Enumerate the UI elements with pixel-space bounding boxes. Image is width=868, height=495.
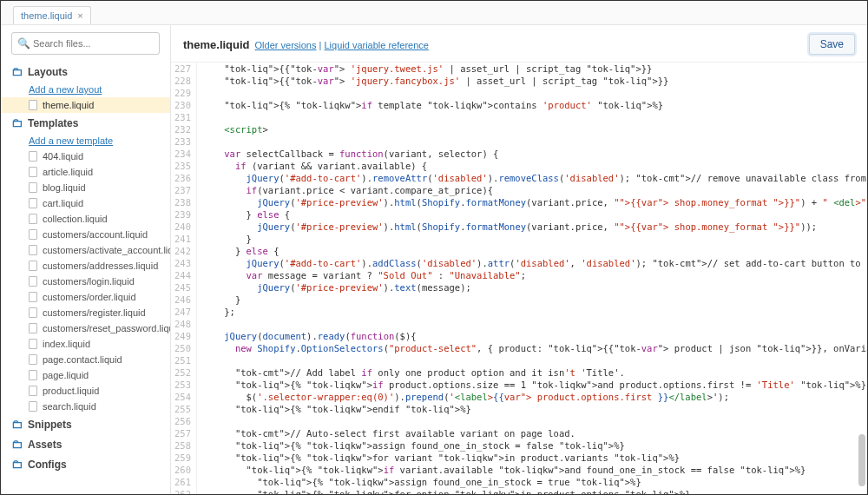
main-area: 🔍 🗀 Layouts Add a new layout theme.liqui… xyxy=(1,25,867,494)
close-icon[interactable]: × xyxy=(77,10,82,21)
section-assets[interactable]: 🗀 Assets xyxy=(1,434,170,454)
search-icon: 🔍 xyxy=(17,37,30,50)
file-item-label: customers/account.liquid xyxy=(43,229,148,240)
file-item[interactable]: customers/login.liquid xyxy=(1,274,170,289)
file-icon xyxy=(29,276,37,287)
file-item-label: blog.liquid xyxy=(43,182,86,193)
folder-icon: 🗀 xyxy=(11,418,23,431)
section-label: Snippets xyxy=(28,419,72,431)
section-label: Layouts xyxy=(28,66,68,78)
file-icon xyxy=(29,339,37,349)
file-item-label: search.liquid xyxy=(43,401,96,412)
folder-icon: 🗀 xyxy=(11,116,23,129)
section-label: Assets xyxy=(28,439,62,451)
liquid-reference-link[interactable]: Liquid variable reference xyxy=(324,40,428,50)
section-label: Configs xyxy=(28,459,67,471)
code-editor[interactable]: 2272282292302312322332342352362372382392… xyxy=(171,63,867,494)
editor-panel: theme.liquid Older versions | Liquid var… xyxy=(171,25,867,494)
file-icon xyxy=(29,100,37,110)
file-icon xyxy=(29,182,37,193)
folder-icon: 🗀 xyxy=(11,438,23,451)
file-item[interactable]: blog.liquid xyxy=(1,180,170,195)
vertical-scrollbar[interactable] xyxy=(858,104,865,489)
tab-bar: theme.liquid × xyxy=(1,1,867,25)
add-layout-link[interactable]: Add a new layout xyxy=(1,82,170,97)
file-item[interactable]: customers/account.liquid xyxy=(1,227,170,242)
section-templates[interactable]: 🗀 Templates xyxy=(1,113,170,133)
file-item-label: customers/addresses.liquid xyxy=(43,261,158,271)
file-item-label: product.liquid xyxy=(43,386,99,396)
folder-icon: 🗀 xyxy=(11,65,23,78)
file-icon xyxy=(29,151,37,162)
file-item[interactable]: search.liquid xyxy=(1,399,170,414)
file-tab[interactable]: theme.liquid × xyxy=(13,6,91,24)
file-item-label: customers/activate_account.liquid xyxy=(43,245,171,255)
scrollbar-thumb[interactable] xyxy=(858,434,865,486)
editor-header: theme.liquid Older versions | Liquid var… xyxy=(171,25,867,63)
section-snippets[interactable]: 🗀 Snippets xyxy=(1,414,170,434)
file-icon xyxy=(29,214,37,224)
file-item-label: 404.liquid xyxy=(43,151,83,162)
file-tab-label: theme.liquid xyxy=(21,10,72,21)
add-template-link[interactable]: Add a new template xyxy=(1,133,170,148)
file-icon xyxy=(29,245,37,255)
folder-icon: 🗀 xyxy=(11,458,23,471)
file-icon xyxy=(29,386,37,396)
file-item-label: index.liquid xyxy=(43,339,90,349)
file-item-label: cart.liquid xyxy=(43,198,83,208)
search-box: 🔍 xyxy=(11,32,160,55)
section-configs[interactable]: 🗀 Configs xyxy=(1,454,170,474)
file-icon xyxy=(29,307,37,318)
older-versions-link[interactable]: Older versions xyxy=(255,40,317,50)
file-item-label: page.contact.liquid xyxy=(43,354,122,365)
file-item[interactable]: 404.liquid xyxy=(1,148,170,164)
file-icon xyxy=(29,323,37,333)
file-item[interactable]: customers/addresses.liquid xyxy=(1,258,170,274)
file-item-label: theme.liquid xyxy=(43,100,94,110)
sidebar: 🔍 🗀 Layouts Add a new layout theme.liqui… xyxy=(1,25,171,494)
file-item[interactable]: customers/activate_account.liquid xyxy=(1,242,170,258)
code-content[interactable]: "tok-liq">{{"tok-var"> 'jquery.tweet.js'… xyxy=(197,63,867,494)
file-icon xyxy=(29,354,37,365)
file-icon xyxy=(29,292,37,302)
search-input[interactable] xyxy=(11,32,160,55)
file-item[interactable]: page.contact.liquid xyxy=(1,352,170,367)
line-gutter: 2272282292302312322332342352362372382392… xyxy=(171,63,197,494)
file-item-label: collection.liquid xyxy=(43,214,108,224)
save-button[interactable]: Save xyxy=(809,34,855,55)
file-item[interactable]: collection.liquid xyxy=(1,211,170,227)
file-item[interactable]: index.liquid xyxy=(1,336,170,352)
file-item[interactable]: cart.liquid xyxy=(1,195,170,211)
file-item[interactable]: theme.liquid xyxy=(1,97,170,113)
app-window: theme.liquid × 🔍 🗀 Layouts Add a new lay… xyxy=(0,0,868,495)
file-item[interactable]: customers/register.liquid xyxy=(1,305,170,320)
editor-filename: theme.liquid xyxy=(183,38,250,51)
file-item[interactable]: product.liquid xyxy=(1,383,170,399)
file-item-label: customers/register.liquid xyxy=(43,307,146,318)
file-item[interactable]: page.liquid xyxy=(1,367,170,383)
section-label: Templates xyxy=(28,117,78,129)
file-item-label: customers/login.liquid xyxy=(43,276,135,287)
file-item[interactable]: customers/reset_password.liquid xyxy=(1,320,170,336)
file-item[interactable]: article.liquid xyxy=(1,164,170,180)
file-icon xyxy=(29,198,37,208)
file-item-label: page.liquid xyxy=(43,370,89,380)
file-icon xyxy=(29,229,37,240)
file-item-label: article.liquid xyxy=(43,167,93,177)
section-layouts[interactable]: 🗀 Layouts xyxy=(1,62,170,82)
file-icon xyxy=(29,167,37,177)
file-item[interactable]: customers/order.liquid xyxy=(1,289,170,305)
file-item-label: customers/order.liquid xyxy=(43,292,136,302)
file-icon xyxy=(29,401,37,412)
file-icon xyxy=(29,261,37,271)
file-item-label: customers/reset_password.liquid xyxy=(43,323,171,333)
file-icon xyxy=(29,370,37,380)
